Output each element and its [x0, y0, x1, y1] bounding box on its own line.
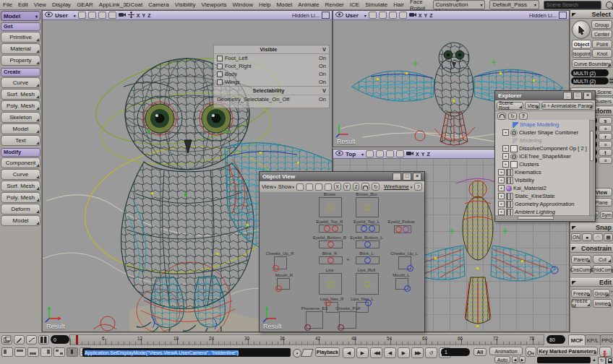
animation-menu-button[interactable]: Animation: [489, 347, 523, 355]
eye-icon[interactable]: [335, 12, 343, 19]
translate-menu-icon[interactable]: ≡: [599, 157, 612, 164]
close-icon[interactable]: ×: [413, 173, 421, 181]
get-property-button[interactable]: Property: [1, 55, 40, 66]
layout-preset-1[interactable]: [1, 347, 13, 357]
select-object-button[interactable]: Object: [572, 40, 591, 48]
current-frame-field[interactable]: 1: [441, 348, 470, 356]
control-eyelid-bottom-r[interactable]: [319, 240, 343, 248]
selection-filter-field-1[interactable]: MULTI (2): [571, 69, 609, 77]
pass-dropdown[interactable]: Default_Pass ▾: [489, 0, 539, 9]
tree-item-cluster-shape-combiner[interactable]: +Cluster Shape Combiner: [497, 129, 590, 136]
menu-display[interactable]: Display: [51, 1, 72, 8]
marked-param-slider[interactable]: [537, 357, 591, 363]
slider-up-icon[interactable]: ▲: [592, 358, 596, 362]
update-icon[interactable]: ↻: [598, 357, 606, 364]
edit-freeze-button[interactable]: Freeze: [571, 289, 591, 298]
menu-ice[interactable]: ICE: [349, 1, 360, 8]
expand-icon[interactable]: +: [498, 185, 505, 191]
rotate-menu-icon[interactable]: ≡: [599, 141, 612, 148]
tree-item-icetree-shapemixer[interactable]: +ICETree_ShapeMixer: [497, 152, 590, 160]
auto-prev-icon[interactable]: ◀: [512, 356, 518, 363]
create-surf-mesh-button[interactable]: Surf. Mesh: [1, 89, 40, 100]
tree-item-clusters[interactable]: +Clusters: [497, 160, 590, 168]
memo-cam-2[interactable]: [88, 12, 96, 19]
checkbox-icon[interactable]: [217, 72, 223, 77]
menu-visibility[interactable]: Visibility: [174, 1, 197, 8]
loop-icon[interactable]: ↺: [425, 347, 437, 358]
axis-x-button[interactable]: X: [137, 13, 140, 18]
layout-preset-5[interactable]: [53, 347, 65, 357]
lock-icon[interactable]: [497, 113, 506, 120]
memo-cam-2[interactable]: [306, 183, 313, 191]
minimize-icon[interactable]: _: [563, 92, 572, 100]
axis-y-button[interactable]: Y: [343, 183, 351, 191]
object-view-canvas[interactable]: Brows Brows_Bro Eyelid_Top_R Eyelid_Top_…: [260, 192, 424, 332]
construction-mode-dropdown[interactable]: Modeling Construction Mode ▾: [433, 0, 486, 9]
refresh-icon[interactable]: ↻: [508, 113, 517, 120]
modify-surf-mesh-button[interactable]: Surf. Mesh: [1, 181, 40, 191]
control-cheeks-puff[interactable]: [339, 311, 356, 329]
menu-edit[interactable]: Edit: [17, 1, 29, 8]
close-icon[interactable]: ×: [583, 92, 592, 100]
control-cheeks-up-r[interactable]: [274, 256, 287, 269]
scale-menu-icon[interactable]: ≡: [599, 125, 612, 132]
control-brows[interactable]: [319, 197, 342, 217]
memo-cam-1[interactable]: [78, 12, 86, 19]
overlay-row-value[interactable]: On: [319, 71, 326, 77]
memo-cam-2[interactable]: [376, 150, 384, 157]
help-icon[interactable]: ?: [414, 183, 422, 191]
menu-applink-3dcoat[interactable]: AppLink_3DCoat: [98, 1, 143, 8]
overlay-visible-header[interactable]: Visible V: [214, 46, 329, 54]
create-skeleton-button[interactable]: Skeleton: [1, 112, 40, 123]
expand-icon[interactable]: +: [502, 129, 509, 136]
select-isopoint-button[interactable]: Isopoint: [572, 49, 591, 58]
control-lips-roll[interactable]: [356, 273, 379, 295]
resize-icon[interactable]: [322, 12, 330, 19]
axis-x-button[interactable]: X: [334, 183, 341, 191]
frame-back-icon[interactable]: ◀: [343, 347, 355, 358]
explorer-filter-button[interactable]: All + Animatable Params: [541, 102, 593, 110]
control-eyelid-top-l[interactable]: [356, 225, 380, 233]
select-center-button[interactable]: Center: [591, 30, 612, 38]
modify-component-button[interactable]: Component: [1, 157, 40, 168]
memo-cam-4[interactable]: [399, 12, 407, 19]
modify-deform-button[interactable]: Deform: [1, 204, 40, 214]
curve-boundary-button[interactable]: Curve Boundary: [572, 59, 612, 68]
tree-item-visibility[interactable]: +Visibility: [497, 176, 590, 184]
auto-next-icon[interactable]: ▶: [519, 356, 526, 363]
constrain-section-header[interactable]: Constrain: [570, 244, 613, 253]
control-phoneme-es[interactable]: [306, 311, 323, 329]
rotate-button[interactable]: r: [599, 133, 612, 140]
menu-gear[interactable]: GEAR: [76, 1, 94, 8]
object-view-show-menu[interactable]: Show▾: [278, 183, 294, 190]
expand-icon[interactable]: +: [498, 193, 505, 199]
expand-icon[interactable]: +: [498, 209, 505, 215]
edit-freeze-m-button[interactable]: Freeze M: [571, 299, 591, 308]
control-mouth-r[interactable]: [277, 278, 290, 290]
previous-key-icon[interactable]: ◀: [384, 347, 396, 358]
layout-preset-3[interactable]: [27, 347, 39, 357]
checkbox-icon[interactable]: [217, 79, 223, 85]
menu-simulate[interactable]: Simulate: [364, 1, 388, 8]
create-curve-button[interactable]: Curve: [1, 77, 40, 88]
menu-view[interactable]: View: [33, 1, 47, 8]
object-view-titlebar[interactable]: Object View _ □ ×: [260, 172, 424, 181]
columns-icon[interactable]: [38, 335, 49, 344]
expand-icon[interactable]: +: [498, 169, 505, 176]
modify-curve-button[interactable]: Curve: [1, 169, 40, 180]
tree-item-geometry-approximation[interactable]: +Geometry Approximation: [497, 200, 590, 208]
tab-ppg[interactable]: PPG: [600, 334, 613, 345]
axis-z-button[interactable]: Z: [353, 183, 360, 191]
viewport-b-camera-dropdown[interactable]: User▾: [346, 12, 366, 19]
axis-z-button[interactable]: Z: [426, 152, 429, 157]
edit-section-header[interactable]: Edit: [570, 278, 613, 287]
scene-search-input[interactable]: [544, 1, 601, 9]
control-brows-bro[interactable]: [356, 197, 379, 217]
key-marked-parameters-button[interactable]: Key Marked Parameters: [537, 347, 598, 355]
select-group-button[interactable]: Group: [591, 20, 612, 29]
selection-filter-field-2[interactable]: MULTI (2): [571, 77, 609, 84]
resize-icon[interactable]: [559, 12, 567, 19]
memo-cam-4[interactable]: [396, 150, 404, 157]
control-blink-l[interactable]: [356, 256, 380, 264]
maximize-icon[interactable]: □: [403, 173, 411, 181]
